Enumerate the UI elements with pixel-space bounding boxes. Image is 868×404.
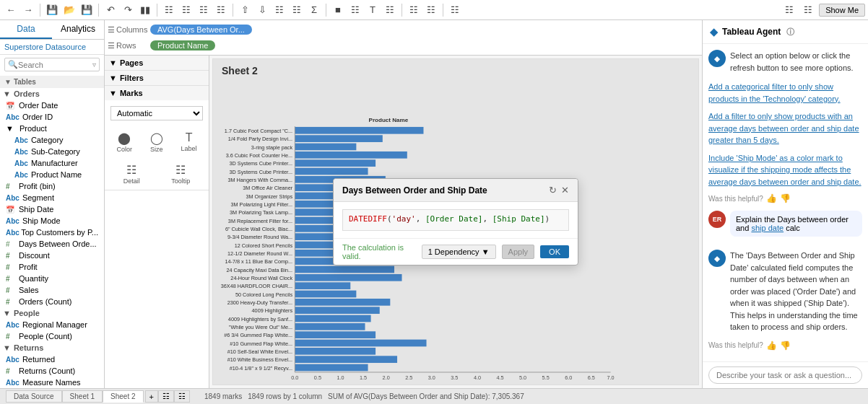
suggestion-link-2[interactable]: Add a filter to only show products with … — [708, 112, 859, 144]
label-btn[interactable]: ☷ — [289, 2, 305, 18]
sort-asc-btn[interactable]: ⇧ — [237, 2, 253, 18]
people-group[interactable]: ▼ People — [0, 307, 104, 319]
undo-btn[interactable]: ↶ — [103, 2, 118, 18]
detail-mark-btn[interactable]: ☷ Detail — [121, 161, 142, 187]
label-mark-btn[interactable]: T Label — [179, 129, 199, 155]
present-btn[interactable]: ☷ — [447, 2, 463, 18]
new-sheet-btn[interactable]: + — [145, 390, 158, 403]
new-datasource-btn[interactable]: 💾 — [44, 2, 60, 18]
sheet-list-btn[interactable]: ☷ — [174, 390, 190, 403]
map2-btn[interactable]: ☷ — [423, 2, 439, 18]
regional-manager-field[interactable]: AbcRegional Manager — [0, 319, 104, 330]
order-id-field[interactable]: AbcOrder ID — [0, 111, 104, 123]
sheet2-tab[interactable]: Sheet 2 — [103, 390, 143, 403]
measure-names-field[interactable]: AbcMeasure Names — [0, 377, 104, 388]
returned-field[interactable]: AbcReturned — [0, 354, 104, 365]
analytics-tab[interactable]: Analytics — [52, 20, 104, 39]
product-group[interactable]: ▼Product — [0, 123, 104, 134]
manufacturer-field[interactable]: AbcManufacturer — [0, 157, 104, 169]
thumbs-up-1[interactable]: 👍 — [766, 193, 777, 203]
product-name-field[interactable]: AbcProduct Name — [0, 169, 104, 180]
format-btn[interactable]: ☷ — [382, 2, 398, 18]
dependency-button[interactable]: 1 Dependency ▼ — [422, 245, 496, 259]
orders-count-field[interactable]: #Orders (Count) — [0, 296, 104, 307]
sales-field[interactable]: #Sales — [0, 284, 104, 296]
returns-group[interactable]: ▼ Returns — [0, 342, 104, 354]
fit-btn[interactable]: ☷ — [213, 2, 229, 18]
save-btn[interactable]: 💾 — [79, 2, 95, 18]
formula-field-1: [Order Date] — [425, 214, 482, 224]
show-me-button[interactable]: Show Me — [819, 4, 865, 17]
data-source-tab[interactable]: Data Source — [6, 390, 62, 403]
clear-btn[interactable]: ☷ — [196, 2, 212, 18]
subcategory-field[interactable]: AbcSub-Category — [0, 146, 104, 157]
sheet1-tab[interactable]: Sheet 1 — [62, 390, 103, 403]
duplicate-btn[interactable]: ☷ — [178, 2, 194, 18]
rows-pill[interactable]: Product Name — [150, 40, 215, 50]
dialog-refresh-icon[interactable]: ↻ — [549, 185, 557, 196]
annotation-btn[interactable]: T — [365, 2, 381, 18]
category-field[interactable]: AbcCategory — [0, 134, 104, 146]
apply-button[interactable]: Apply — [502, 245, 535, 259]
profit-field[interactable]: #Profit — [0, 261, 104, 273]
agent-info-icon[interactable]: ⓘ — [786, 27, 794, 38]
top-customers-field[interactable]: AbcTop Customers by P... — [0, 227, 104, 238]
agent-text-2: The 'Days Between Order and Ship Date' c… — [730, 250, 862, 333]
suggestion-link-3[interactable]: Include 'Ship Mode' as a color mark to v… — [708, 154, 862, 186]
sort-desc-btn[interactable]: ⇩ — [254, 2, 270, 18]
thumbs-up-2[interactable]: 👍 — [766, 341, 777, 351]
marks-header[interactable]: ▼ Marks — [105, 86, 209, 100]
pages-header[interactable]: ▼ Pages — [105, 56, 209, 70]
agent-suggestion-3[interactable]: Include 'Ship Mode' as a color mark to v… — [708, 152, 862, 188]
pause-btn[interactable]: ▮▮ — [137, 2, 153, 18]
discount-field[interactable]: #Discount — [0, 250, 104, 261]
days-between-field[interactable]: #Days Between Orde... — [0, 238, 104, 250]
thumbs-down-2[interactable]: 👎 — [780, 341, 791, 351]
ship-mode-field[interactable]: AbcShip Mode — [0, 215, 104, 227]
profit-bin-field[interactable]: #Profit (bin) — [0, 180, 104, 192]
returns-count-field[interactable]: #Returns (Count) — [0, 365, 104, 377]
tooltip-mark-btn[interactable]: ☷ Tooltip — [169, 161, 192, 187]
map-btn[interactable]: ☷ — [406, 2, 422, 18]
color-mark-btn[interactable]: ⬤ Color — [114, 129, 134, 155]
data-tab[interactable]: Data — [0, 20, 52, 39]
abc-icon-6: Abc — [6, 194, 19, 202]
agent-suggestion-2[interactable]: Add a filter to only show products with … — [708, 110, 862, 146]
group-btn[interactable]: ☷ — [272, 2, 287, 18]
orders-group[interactable]: ▼ Orders — [0, 88, 104, 100]
segment-field[interactable]: AbcSegment — [0, 192, 104, 203]
agent-input[interactable] — [708, 366, 862, 384]
filters-header[interactable]: ▼ Filters — [105, 71, 209, 85]
people-count-field[interactable]: #People (Count) — [0, 330, 104, 342]
ok-button[interactable]: OK — [540, 245, 569, 258]
order-date-field[interactable]: 📅Order Date — [0, 100, 104, 111]
sheet-grid-btn[interactable]: ☷ — [158, 390, 174, 403]
forward-button[interactable]: → — [20, 2, 36, 18]
columns-pill[interactable]: AVG(Days Between Or... — [150, 25, 252, 35]
agent-suggestion-1[interactable]: Add a categorical filter to only show pr… — [708, 81, 862, 105]
marks-type-select[interactable]: Automatic — [110, 106, 203, 120]
dialog-close-icon[interactable]: ✕ — [561, 185, 569, 196]
share-btn[interactable]: ☷ — [800, 2, 816, 18]
new-worksheet-btn[interactable]: ☷ — [161, 2, 177, 18]
size-mark-btn[interactable]: ◯ Size — [148, 129, 165, 155]
thumbs-down-1[interactable]: 👎 — [780, 193, 791, 203]
hash-icon-4: # — [6, 275, 16, 283]
divider-6 — [402, 4, 402, 17]
open-btn[interactable]: 📂 — [61, 2, 77, 18]
agent-btn[interactable]: ☷ — [781, 2, 797, 18]
search-input[interactable] — [18, 61, 92, 69]
highlight-btn[interactable]: ■ — [330, 2, 346, 18]
ship-date-link[interactable]: ship date — [751, 224, 784, 232]
datasource-link[interactable]: Superstore Datasource — [0, 40, 104, 54]
sum-btn[interactable]: Σ — [306, 2, 322, 18]
back-button[interactable]: ← — [3, 2, 19, 18]
status-bar: Data Source Sheet 1 Sheet 2 + ☷ ☷ 1849 m… — [0, 388, 868, 404]
quantity-field[interactable]: #Quantity — [0, 273, 104, 284]
redo-btn[interactable]: ↷ — [120, 2, 136, 18]
dialog-formula[interactable]: DATEDIFF('day', [Order Date], [Ship Date… — [342, 209, 569, 231]
ship-date-field[interactable]: 📅Ship Date — [0, 203, 104, 215]
suggestion-link-1[interactable]: Add a categorical filter to only show pr… — [708, 82, 841, 103]
abc-icon-10: Abc — [6, 356, 19, 364]
tooltip-btn[interactable]: ☷ — [347, 2, 363, 18]
